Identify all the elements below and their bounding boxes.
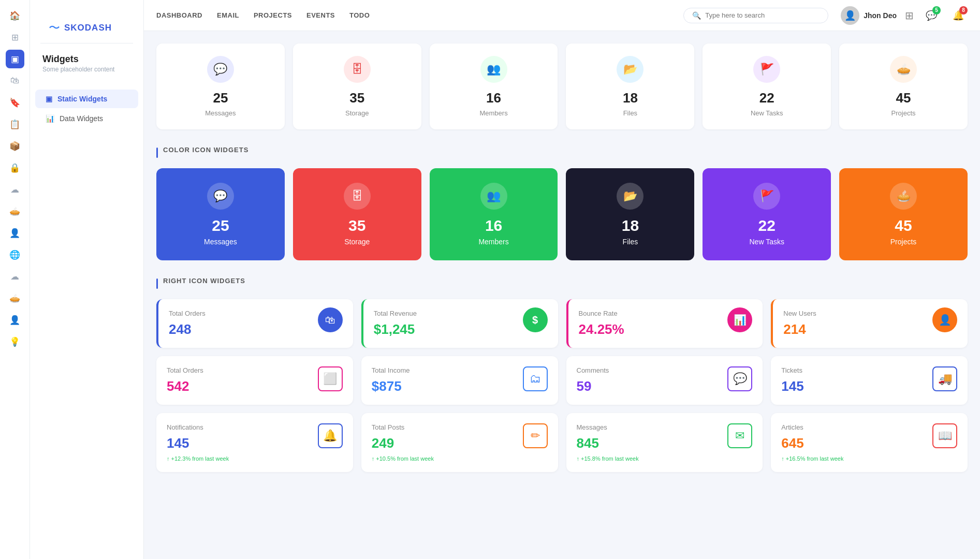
messages-label: Messages <box>205 109 236 117</box>
files-value: 18 <box>623 90 638 106</box>
storage-value: 35 <box>349 90 364 106</box>
nav-widget[interactable]: ▣ <box>6 50 24 68</box>
total-orders2-icon: ⬜ <box>318 366 343 391</box>
stat-card-files: 📂 18 Files <box>566 43 694 129</box>
color-members-label: Members <box>478 238 508 246</box>
stat-card-members: 👥 16 Members <box>430 43 558 129</box>
nav-pie2[interactable]: 🥧 <box>6 289 24 307</box>
newtasks-label: New Tasks <box>751 109 783 117</box>
right-section-title: RIGHT ICON WIDGETS <box>163 277 245 285</box>
nav-link-events[interactable]: EVENTS <box>306 11 335 19</box>
projects-label: Projects <box>891 109 916 117</box>
nav-link-email[interactable]: EMAIL <box>217 11 239 19</box>
bounce-rate-label: Bounce Rate <box>579 310 624 317</box>
stat-card-messages: 💬 25 Messages <box>156 43 285 129</box>
right-card-total-posts: Total Posts 249 ✏ ↑ +10.5% from last wee… <box>361 413 558 472</box>
sidebar-item-label-static: Static Widgets <box>57 95 107 103</box>
messenger-badge: 5 <box>932 6 941 14</box>
total-income-label: Total Income <box>372 366 410 374</box>
messenger-button[interactable]: 💬 5 <box>922 6 941 25</box>
username: Jhon Deo <box>864 11 897 20</box>
nav-cloud[interactable]: ☁ <box>6 180 24 199</box>
color-members-value: 16 <box>485 217 502 234</box>
avatar: 👤 <box>841 6 859 25</box>
color-files-icon: 📂 <box>617 183 643 210</box>
nav-cloud2[interactable]: ☁ <box>6 267 24 286</box>
color-files-label: Files <box>623 238 638 246</box>
nav-link-dashboard[interactable]: DASHBOARD <box>156 11 202 19</box>
total-orders2-value: 542 <box>167 378 203 394</box>
right-card-comments: Comments 59 💬 <box>566 356 763 405</box>
nav-home[interactable]: 🏠 <box>6 6 24 25</box>
stat-card-storage: 🗄 35 Storage <box>293 43 421 129</box>
files-icon: 📂 <box>617 56 643 83</box>
search-bar[interactable]: 🔍 <box>683 8 828 23</box>
static-widgets-row: 💬 25 Messages 🗄 35 Storage 👥 16 Members … <box>156 43 968 129</box>
members-value: 16 <box>486 90 501 106</box>
total-revenue-icon: $ <box>523 307 548 332</box>
messages-icon: 💬 <box>207 56 234 83</box>
sidebar-item-data-widgets[interactable]: 📊 Data Widgets <box>35 109 138 128</box>
color-files-value: 18 <box>622 217 639 234</box>
main-area: DASHBOARD EMAIL PROJECTS EVENTS TODO 🔍 👤… <box>144 0 980 559</box>
notification-badge: 8 <box>959 6 968 14</box>
nav-link-projects[interactable]: PROJECTS <box>254 11 292 19</box>
nav-bookmark[interactable]: 🔖 <box>6 93 24 112</box>
right-card-total-income: Total Income $875 🗂 <box>361 356 558 405</box>
nav-link-todo[interactable]: TODO <box>349 11 370 19</box>
sidebar-subtitle: Some placeholder content <box>42 66 131 73</box>
storage-icon: 🗄 <box>344 56 371 83</box>
right-widgets-row3: Notifications 145 🔔 ↑ +12.3% from last w… <box>156 413 968 472</box>
bounce-rate-value: 24.25% <box>579 321 624 337</box>
sidebar: 〜 SKODASH Widgets Some placeholder conte… <box>30 0 144 559</box>
right-card-total-orders2: Total Orders 542 ⬜ <box>156 356 353 405</box>
nav-globe[interactable]: 🌐 <box>6 245 24 264</box>
color-messages-value: 25 <box>212 217 229 234</box>
total-orders-label: Total Orders <box>169 310 206 317</box>
color-section-title: COLOR ICON WIDGETS <box>163 146 248 154</box>
sidebar-header: 〜 SKODASH Widgets Some placeholder conte… <box>30 12 143 89</box>
color-newtasks-value: 22 <box>758 217 776 234</box>
nav-lock[interactable]: 🔒 <box>6 158 24 177</box>
nav-user[interactable]: 👤 <box>6 224 24 242</box>
search-input[interactable] <box>705 11 820 19</box>
static-widgets-icon: ▣ <box>46 95 52 103</box>
newtasks-value: 22 <box>759 90 774 106</box>
right-card-messages2: Messages 845 ✉ ↑ +15.8% from last week <box>566 413 763 472</box>
right-card-articles: Articles 645 📖 ↑ +16.5% from last week <box>771 413 968 472</box>
projects-icon: 🥧 <box>890 56 917 83</box>
articles-change: ↑ +16.5% from last week <box>781 455 957 462</box>
total-posts-change: ↑ +10.5% from last week <box>372 455 548 462</box>
right-widgets-row2: Total Orders 542 ⬜ Total Income $875 🗂 <box>156 356 968 405</box>
tickets-label: Tickets <box>781 366 803 374</box>
nav-user2[interactable]: 👤 <box>6 311 24 329</box>
search-icon: 🔍 <box>692 11 701 20</box>
right-card-notifications: Notifications 145 🔔 ↑ +12.3% from last w… <box>156 413 353 472</box>
right-card-tickets: Tickets 145 🚚 <box>771 356 968 405</box>
logo-area: 〜 SKODASH <box>49 20 112 36</box>
nav-clipboard[interactable]: 📋 <box>6 115 24 134</box>
new-users-icon: 👤 <box>932 307 957 332</box>
nav-shop[interactable]: 🛍 <box>6 71 24 90</box>
right-widgets-row1: Total Orders 248 🛍 Total Revenue $1,245 … <box>156 299 968 348</box>
nav-pie[interactable]: 🥧 <box>6 202 24 220</box>
grid-icon[interactable]: ⊞ <box>905 9 914 22</box>
sidebar-item-label-data: Data Widgets <box>60 114 103 123</box>
members-label: Members <box>479 109 507 117</box>
total-income-value: $875 <box>372 378 410 394</box>
notification-button[interactable]: 🔔 8 <box>949 6 968 25</box>
nav-box[interactable]: 📦 <box>6 137 24 155</box>
nav-grid[interactable]: ⊞ <box>6 28 24 47</box>
tickets-icon: 🚚 <box>932 366 957 391</box>
comments-value: 59 <box>577 378 609 394</box>
right-card-new-users: New Users 214 👤 <box>771 299 968 348</box>
messages-value: 25 <box>213 90 228 106</box>
new-users-label: New Users <box>783 310 816 317</box>
newtasks-icon: 🚩 <box>753 56 780 83</box>
color-projects-value: 45 <box>895 217 912 234</box>
sidebar-item-static-widgets[interactable]: ▣ Static Widgets <box>35 90 138 108</box>
color-card-members: 👥 16 Members <box>430 168 558 260</box>
topnav-right: 👤 Jhon Deo ⊞ 💬 5 🔔 8 <box>841 6 968 25</box>
nav-info[interactable]: 💡 <box>6 332 24 351</box>
color-newtasks-icon: 🚩 <box>753 183 780 210</box>
